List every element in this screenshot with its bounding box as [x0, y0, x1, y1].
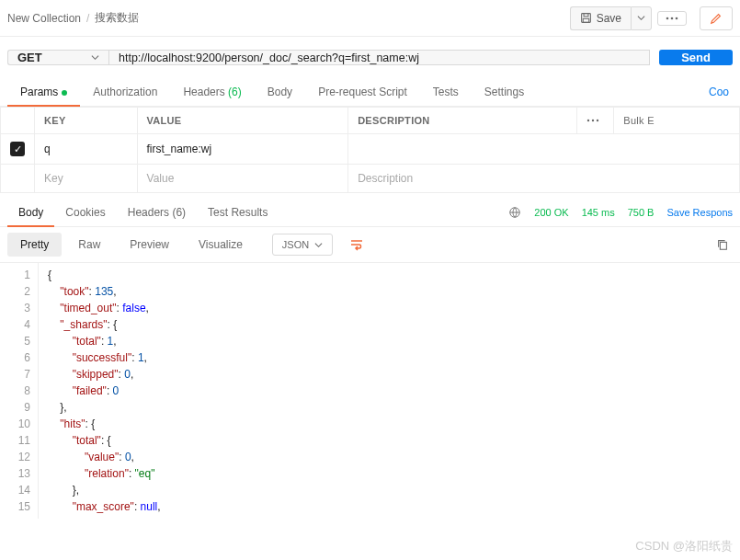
tab-prerequest[interactable]: Pre-request Script	[305, 78, 420, 106]
send-button[interactable]: Send	[659, 50, 733, 65]
tab-params[interactable]: Params	[7, 78, 80, 106]
response-size: 750 B	[628, 207, 655, 218]
chevron-down-icon	[91, 53, 99, 62]
resp-tab-headers[interactable]: Headers (6)	[117, 199, 197, 226]
svg-rect-1	[584, 14, 588, 17]
resp-tab-body[interactable]: Body	[7, 199, 54, 226]
copy-icon[interactable]	[712, 234, 733, 255]
breadcrumb-sep: /	[86, 12, 89, 25]
col-desc: DESCRIPTION	[348, 108, 577, 134]
svg-point-8	[597, 120, 598, 121]
param-desc-cell[interactable]	[348, 134, 740, 165]
param-desc-placeholder[interactable]: Description	[348, 165, 740, 193]
chevron-down-icon	[314, 241, 323, 249]
status-code: 200 OK	[534, 207, 568, 218]
pencil-icon	[710, 12, 723, 25]
line-gutter: 123456789101112131415	[0, 263, 39, 519]
col-check	[1, 108, 35, 134]
more-actions-button[interactable]	[657, 11, 687, 26]
table-row-new: Key Value Description	[1, 165, 740, 193]
resp-tab-testresults[interactable]: Test Results	[197, 199, 279, 226]
response-body[interactable]: { "took": 135, "timed_out": false, "_sha…	[39, 263, 161, 519]
watermark: CSDN @洛阳纸贵	[635, 538, 733, 554]
format-select[interactable]: JSON	[272, 234, 333, 256]
tab-headers[interactable]: Headers (6)	[170, 78, 254, 106]
svg-point-7	[592, 120, 594, 121]
breadcrumb-collection[interactable]: New Collection	[7, 12, 81, 25]
tab-tests[interactable]: Tests	[420, 78, 472, 106]
params-indicator-dot	[62, 90, 67, 96]
table-row: ✓ q first_name:wj	[1, 134, 740, 165]
svg-rect-2	[583, 18, 589, 22]
save-icon	[580, 12, 592, 24]
url-input[interactable]: http://localhost:9200/person/_doc/_searc…	[108, 50, 650, 65]
svg-point-4	[671, 17, 674, 19]
tab-authorization[interactable]: Authorization	[80, 78, 170, 106]
tab-body[interactable]: Body	[255, 78, 305, 106]
dots-icon	[666, 17, 678, 20]
view-raw[interactable]: Raw	[65, 233, 113, 257]
breadcrumb-request[interactable]: 搜索数据	[95, 10, 139, 26]
edit-button[interactable]	[700, 6, 733, 30]
param-key-cell[interactable]: q	[35, 134, 138, 165]
svg-point-6	[587, 120, 589, 121]
view-visualize[interactable]: Visualize	[186, 233, 256, 257]
breadcrumb: New Collection / 搜索数据	[7, 10, 570, 26]
tab-settings[interactable]: Settings	[472, 78, 537, 106]
save-button[interactable]: Save	[570, 6, 631, 30]
params-table: KEY VALUE DESCRIPTION Bulk E ✓ q first_n…	[0, 107, 740, 193]
svg-point-5	[676, 17, 678, 19]
globe-icon[interactable]	[508, 206, 521, 219]
cookies-link[interactable]: Coo	[709, 86, 733, 98]
param-value-placeholder[interactable]: Value	[137, 165, 348, 193]
svg-rect-10	[720, 242, 726, 249]
col-more[interactable]	[577, 108, 614, 134]
col-key: KEY	[35, 108, 138, 134]
param-key-placeholder[interactable]: Key	[35, 165, 138, 193]
param-checkbox[interactable]: ✓	[10, 142, 25, 156]
response-time: 145 ms	[582, 207, 615, 218]
param-value-cell[interactable]: first_name:wj	[137, 134, 348, 165]
svg-point-3	[666, 17, 669, 19]
view-preview[interactable]: Preview	[117, 233, 182, 257]
resp-tab-cookies[interactable]: Cookies	[54, 199, 116, 226]
chevron-down-icon	[637, 14, 645, 22]
save-dropdown-button[interactable]	[631, 6, 652, 30]
save-response-link[interactable]: Save Respons	[666, 207, 733, 218]
bulk-edit-link[interactable]: Bulk E	[614, 108, 740, 134]
col-value: VALUE	[137, 108, 348, 134]
method-select[interactable]: GET	[7, 50, 108, 65]
wrap-lines-icon[interactable]	[346, 234, 368, 255]
view-pretty[interactable]: Pretty	[7, 233, 62, 257]
